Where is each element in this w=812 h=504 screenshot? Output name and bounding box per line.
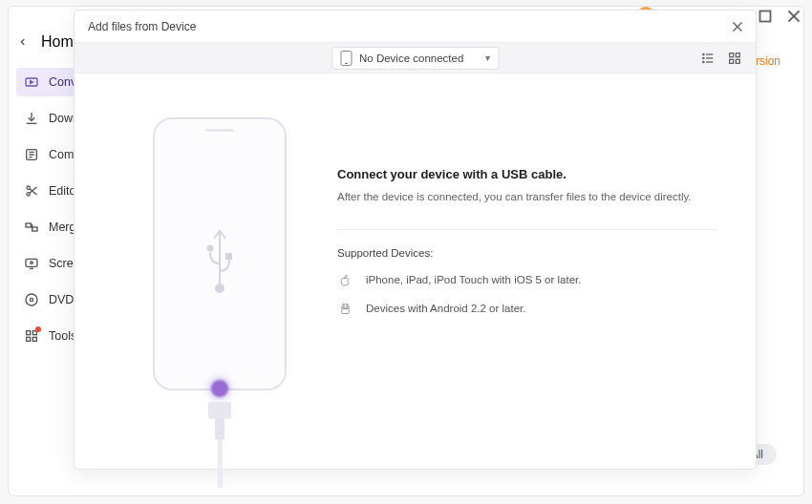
window-maximize-icon[interactable] [755,6,776,27]
connect-subtitle: After the device is connected, you can t… [337,191,717,202]
svg-rect-23 [32,337,36,341]
phone-illustration [153,117,287,390]
scissors-icon [24,183,39,199]
connect-instructions: Connect your device with a USB cable. Af… [337,167,717,329]
svg-rect-38 [226,254,231,259]
divider [337,229,717,230]
svg-rect-15 [32,227,37,231]
converter-icon [24,74,39,90]
modal-body: Connect your device with a USB cable. Af… [75,74,756,469]
compress-icon [24,147,39,162]
svg-rect-20 [27,331,31,335]
list-view-icon[interactable] [700,51,716,66]
svg-point-40 [343,305,344,306]
supported-ios-text: iPhone, iPad, iPod Touch with iOS 5 or l… [366,274,581,285]
usb-trident-icon [201,225,239,283]
svg-rect-35 [736,59,739,63]
svg-rect-34 [730,59,734,63]
svg-point-30 [703,57,704,58]
device-icon [340,51,352,66]
svg-point-18 [26,294,37,305]
toolbox-icon [24,328,39,344]
sidebar-item-label: Tools [49,329,76,343]
svg-point-31 [703,61,704,62]
svg-point-39 [216,284,224,292]
header-breadcrumb: Home [18,33,82,51]
svg-rect-44 [341,308,349,313]
window-close-icon[interactable] [783,6,804,27]
svg-marker-8 [31,81,33,84]
chevron-down-icon: ▾ [485,52,490,63]
svg-point-10 [27,186,30,189]
android-icon [337,301,353,316]
modal-header: Add files from Device [75,10,756,43]
back-chevron-icon[interactable] [18,34,28,50]
screen-icon [24,256,39,271]
svg-rect-16 [26,259,37,266]
cable-plug-icon [208,402,231,488]
svg-rect-22 [27,337,31,341]
svg-point-29 [703,53,704,54]
disc-icon [24,292,39,307]
modal-title: Add files from Device [88,20,196,33]
port-glow-icon [211,380,228,397]
svg-rect-32 [730,52,734,56]
svg-rect-33 [736,52,739,56]
apple-icon [337,272,353,287]
grid-view-icon[interactable] [727,51,742,66]
supported-android-row: Devices with Android 2.2 or later. [337,301,717,316]
svg-point-37 [208,246,213,251]
supported-ios-row: iPhone, iPad, iPod Touch with iOS 5 or l… [337,272,717,287]
supported-android-text: Devices with Android 2.2 or later. [366,303,525,314]
download-icon [24,111,39,126]
svg-point-11 [27,193,30,196]
device-select-label: No Device connected [359,52,463,64]
view-toggles [700,51,742,66]
supported-devices-label: Supported Devices: [337,247,717,259]
close-icon[interactable] [729,18,746,35]
svg-point-41 [346,305,347,306]
svg-rect-14 [26,223,31,227]
svg-point-17 [31,262,33,264]
device-select[interactable]: No Device connected ▾ [331,47,499,70]
modal-toolbar: No Device connected ▾ [75,43,756,74]
merge-icon [24,220,39,235]
svg-rect-4 [760,11,771,22]
add-files-modal: Add files from Device No Device connecte… [74,10,757,470]
connect-title: Connect your device with a USB cable. [337,167,717,181]
svg-point-19 [30,298,32,301]
